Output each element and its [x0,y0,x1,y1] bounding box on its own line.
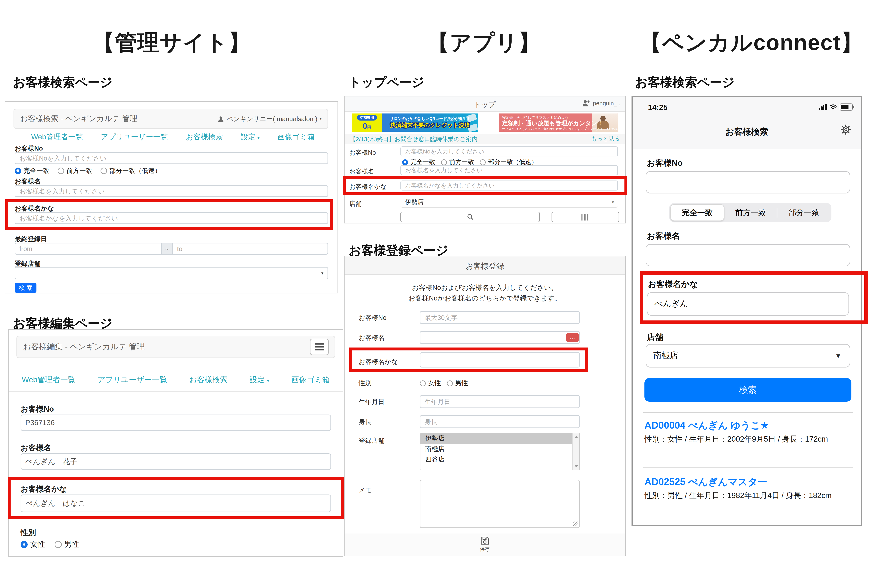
caret-down-icon: ▾ [267,378,269,383]
nav-web-admins[interactable]: Web管理者一覧 [22,375,76,385]
customer-kana-input[interactable] [21,495,331,512]
customer-no-input[interactable] [21,414,331,431]
result-item-title[interactable]: AD02525 ぺんぎんマスター [645,476,767,489]
customer-name-input[interactable] [420,331,580,344]
customer-no-input[interactable] [420,311,580,324]
nav-image-trash[interactable]: 画像ゴミ箱 [278,132,315,142]
gender-radios: 女性 男性 [420,379,468,387]
search-button[interactable]: 検索 [645,378,851,402]
nav-customer-search[interactable]: お客様検索 [186,132,223,142]
more-link[interactable]: もっと見る [591,135,620,143]
barcode-scan-button[interactable] [552,212,619,222]
customer-name-label: お客様名 [21,443,51,453]
save-floppy-icon[interactable] [480,536,489,545]
customer-kana-label: お客様名かな [15,204,54,213]
store-option-selected[interactable]: 伊勢店 [420,434,579,444]
customer-name-input[interactable] [646,244,850,266]
nav-settings[interactable]: 設定 ▾ [249,375,269,385]
app-top-window: トップ penguin_.. 初期費用 0円 サロンのための新しいQRコード決済… [344,96,626,224]
admin-user-name: ペンギンサニー( manualsalon ) [226,114,317,123]
store-option[interactable]: 四谷店 [420,454,579,465]
gender-radios: 女性 男性 [21,539,80,550]
store-select[interactable]: 南極店 ▼ [646,344,850,368]
customer-kana-input[interactable] [400,180,618,190]
column-title-admin: 【管理サイト】 [54,28,289,58]
registered-store-listbox[interactable]: 伊勢店 南極店 四谷店 [420,433,580,470]
gender-label: 性別 [358,379,372,387]
admin-search-title: お客様検索 - ペンギンカルテ 管理 [20,114,137,124]
radio-male[interactable]: 男性 [55,539,80,550]
save-label: 保存 [480,546,490,553]
admin-user-menu[interactable]: ペンギンサニー( manualsalon ) ▾ [218,114,322,123]
name-options-button[interactable]: … [566,333,579,342]
nav-app-users[interactable]: アプリユーザー一覧 [98,375,167,385]
match-type-radios: 完全一致 前方一致 部分一致（低速） [15,166,161,175]
divider [643,523,853,524]
memo-textarea[interactable] [420,480,580,528]
nav-app-users[interactable]: アプリユーザー一覧 [101,132,168,142]
caret-down-icon: ▾ [321,271,323,276]
save-bar: 保存 [345,533,625,556]
nav-web-admins[interactable]: Web管理者一覧 [31,132,83,142]
customer-kana-label: お客様名かな [648,279,698,290]
segment-prefix-match[interactable]: 前方一致 [724,204,777,221]
search-button[interactable]: 検 索 [15,283,36,293]
radio-male[interactable]: 男性 [447,379,468,387]
barcode-icon [581,214,590,220]
customer-kana-input[interactable] [420,352,580,368]
match-type-segmented-control: 完全一致 前方一致 部分一致 [669,203,831,222]
customer-kana-input[interactable] [647,292,849,316]
nav-customer-search[interactable]: お客様検索 [189,375,228,385]
customer-name-input[interactable] [400,165,618,175]
store-select[interactable]: 伊勢店 ▾ [400,198,618,208]
customer-kana-input[interactable] [15,212,328,224]
radio-female[interactable]: 女性 [420,379,441,387]
customer-no-input[interactable] [15,152,328,164]
customer-kana-label: お客様名かな [349,183,387,191]
result-item-title[interactable]: AD00004 ぺんぎん ゆうこ★ [645,419,769,432]
date-to-input[interactable] [172,243,328,255]
listbox-scrollbar[interactable] [572,434,579,470]
customer-no-input[interactable] [646,171,850,194]
qr-payment-banner[interactable]: 初期費用 0円 サロンのための新しいQRコード決済が誕生！ 決済端末不要のクレジ… [352,114,478,132]
gear-icon[interactable] [840,124,851,135]
customer-no-input[interactable] [400,146,618,156]
customer-no-label: お客様No [358,314,387,322]
date-from-input[interactable] [15,243,162,255]
customer-no-label: お客様No [21,404,54,414]
news-link[interactable]: 【2/13(木)終日】お問合せ窓口臨時休業のご案内 [350,135,477,143]
store-option[interactable]: 南極店 [420,444,579,454]
nav-settings[interactable]: 設定 ▾ [241,132,260,142]
app-reg-window: お客様登録 お客様Noおよびお客様名を入力してください。 お客様Noかお客様名の… [344,256,626,556]
column-title-app: 【アプリ】 [366,28,602,58]
search-icon-button[interactable] [400,212,540,222]
banner-fee-block: 初期費用 0円 [352,114,382,132]
radio-exact-match[interactable]: 完全一致 [15,166,50,175]
customer-no-label: お客様No [349,149,376,157]
customer-name-input[interactable] [15,185,328,197]
admin-nav: Web管理者一覧 アプリユーザー一覧 お客様検索 設定 ▾ 画像ゴミ箱 [22,375,330,385]
scroll-down-icon [574,465,578,468]
segment-partial-match[interactable]: 部分一致 [777,204,830,221]
radio-female[interactable]: 女性 [21,539,45,550]
wifi-icon [829,104,837,110]
gender-label: 性別 [21,527,36,538]
radio-prefix-match[interactable]: 前方一致 [58,166,92,175]
customer-kana-label: お客様名かな [358,357,398,366]
customer-no-label: お客様No [647,158,682,169]
subscription-banner[interactable]: 安定売上を目指してサブスクを始めよう 定額制・通い放題も管理がカンタン！ サブス… [499,114,618,132]
radio-partial-match[interactable]: 部分一致（低速） [100,166,161,175]
app-user-menu[interactable]: penguin_.. [582,99,620,107]
segment-exact-match[interactable]: 完全一致 [670,204,724,221]
customer-name-input[interactable] [21,453,331,470]
signal-icon [819,104,827,110]
hamburger-menu-icon[interactable] [310,339,329,355]
registered-store-select[interactable]: ▾ [15,267,328,279]
birthdate-input[interactable] [420,395,580,408]
resize-handle[interactable] [573,522,578,526]
nav-image-trash[interactable]: 画像ゴミ箱 [291,375,330,385]
height-input[interactable] [420,415,580,428]
store-label: 店舗 [647,332,663,343]
result-item-detail: 性別：男性 / 生年月日：1982年11月4日 / 身長：182cm [645,490,851,502]
instruction-line2: お客様Noかお客様名のどちらかで登録できます。 [345,294,625,303]
